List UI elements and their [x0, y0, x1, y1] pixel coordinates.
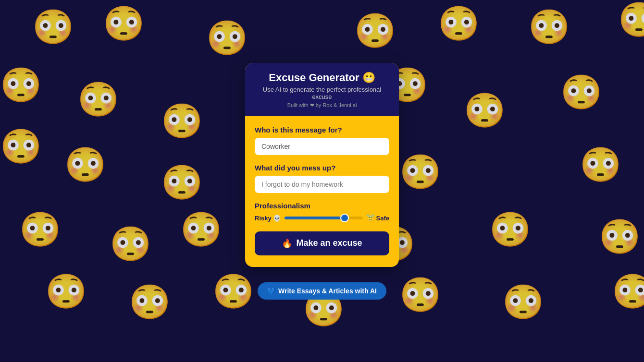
background-emoji-7: 😳 [0, 65, 42, 105]
background-emoji-14: 😳 [64, 145, 106, 184]
card-body: Who is this message for? What did you me… [245, 116, 399, 267]
recipient-input[interactable] [255, 138, 389, 155]
safe-label: 😇 Safe [367, 215, 389, 222]
professionalism-label: Professionalism [255, 202, 389, 210]
background-emoji-3: 😳 [354, 11, 396, 50]
background-emoji-6: 😳 [618, 0, 644, 39]
app-subtitle: Use AI to generate the perfect professio… [255, 86, 389, 100]
background-emoji-8: 😳 [77, 80, 119, 119]
background-emoji-20: 😳 [180, 210, 222, 249]
bottom-link[interactable]: 💙 Write Essays & Articles with AI [258, 282, 386, 300]
professionalism-slider[interactable] [285, 217, 363, 219]
background-emoji-16: 😳 [399, 152, 441, 192]
main-card: Excuse Generator 😬 Use AI to generate th… [245, 63, 399, 267]
background-emoji-5: 😳 [528, 7, 570, 47]
background-emoji-15: 😳 [161, 163, 203, 202]
background-emoji-9: 😳 [0, 127, 42, 166]
background-emoji-10: 😳 [161, 101, 203, 141]
background-emoji-13: 😳 [560, 72, 602, 112]
mess-up-input[interactable] [255, 176, 389, 193]
recipient-field-group: Who is this message for? [255, 126, 389, 155]
background-emoji-4: 😳 [438, 4, 480, 43]
bottom-link-icon: 💙 [267, 287, 275, 295]
button-label: Make an excuse [296, 238, 362, 248]
card-header: Excuse Generator 😬 Use AI to generate th… [245, 63, 399, 116]
make-excuse-button[interactable]: 🔥 Make an excuse [255, 231, 389, 255]
background-emoji-1: 😳 [103, 4, 145, 43]
mess-up-field-group: What did you mess up? [255, 164, 389, 193]
slider-row: Risky 💀 😇 Safe [255, 215, 389, 222]
background-emoji-31: 😳 [612, 272, 644, 311]
background-emoji-18: 😳 [19, 210, 61, 249]
background-emoji-19: 😳 [110, 224, 151, 264]
app-title: Excuse Generator 😬 [255, 72, 389, 84]
recipient-label: Who is this message for? [255, 126, 389, 134]
background-emoji-29: 😳 [399, 275, 441, 314]
background-emoji-24: 😳 [599, 217, 641, 256]
background-emoji-26: 😳 [129, 282, 171, 322]
bottom-link-label: Write Essays & Articles with AI [278, 287, 377, 295]
risky-label: Risky 💀 [255, 215, 281, 222]
background-emoji-17: 😳 [580, 145, 621, 184]
built-by: Built with ❤ by Rox & Jenni.ai [255, 102, 389, 109]
background-emoji-25: 😳 [45, 272, 87, 311]
professionalism-section: Professionalism Risky 💀 😇 Safe [255, 202, 389, 222]
background-emoji-0: 😳 [32, 7, 74, 47]
button-icon: 🔥 [282, 238, 292, 249]
background-emoji-12: 😳 [464, 91, 506, 130]
bottom-link-container: 💙 Write Essays & Articles with AI [258, 282, 386, 300]
mess-up-label: What did you mess up? [255, 164, 389, 172]
background-emoji-2: 😳 [206, 18, 248, 58]
background-emoji-30: 😳 [502, 282, 544, 322]
background-emoji-23: 😳 [489, 210, 531, 249]
